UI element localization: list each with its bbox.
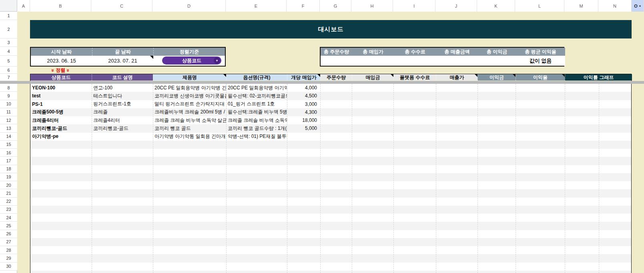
row-header-26[interactable]: 26	[0, 230, 17, 238]
table-cell-code[interactable]: test	[30, 92, 92, 100]
row-header-22[interactable]: 22	[0, 198, 17, 206]
table-cell-option[interactable]: 20CC PE 일회용약병 아기약병	[226, 84, 287, 92]
table-cell-product[interactable]: 크레졸비누액 크레솔 200ml 5병 / 필	[153, 108, 226, 116]
table-cell-unit_cost[interactable]: 5,000	[287, 124, 320, 132]
table-cell-unit_cost[interactable]	[287, 133, 320, 141]
table-cell-option[interactable]: 필수선택: 02-코끼리뺑코골드	[226, 92, 287, 100]
table-row[interactable]	[30, 206, 632, 214]
table-column-header[interactable]: 코드 설명	[92, 74, 153, 81]
table-cell-desc[interactable]	[92, 133, 153, 141]
table-cell-unit_cost[interactable]: 4,500	[287, 92, 320, 100]
table-row[interactable]	[30, 263, 632, 271]
table-row[interactable]	[30, 271, 632, 273]
sort-dropdown[interactable]: 상품코드 ▼	[162, 57, 221, 65]
table-cell-desc[interactable]: 크레졸4리터	[92, 116, 153, 124]
table-row[interactable]	[30, 181, 632, 189]
table-cell-option[interactable]: 크레졸 크레솔 비누액 소독약	[226, 116, 287, 124]
table-row[interactable]: 크레졸4리터크레졸4리터크레졸 크레솔 비누액 소독약 살균크레졸 크레솔 비누…	[30, 116, 632, 124]
table-cell-code[interactable]: 아기약병-pe	[30, 133, 92, 141]
table-cell-code[interactable]: PS-1	[30, 100, 92, 108]
table-cell-option[interactable]: 코끼리 뺑코 골드수량 : 1개(2	[226, 124, 287, 132]
row-header-30[interactable]: 30	[0, 263, 17, 271]
table-cell-desc[interactable]: 크레졸	[92, 108, 153, 116]
table-row[interactable]	[30, 157, 632, 165]
table-row[interactable]	[30, 214, 632, 222]
table-row[interactable]	[30, 165, 632, 173]
row-header-7[interactable]: 7	[0, 74, 17, 81]
table-cell-code[interactable]: 코끼리뺑코-골드	[30, 124, 92, 132]
table-cell-desc[interactable]: 핑거스프린트-1호	[92, 100, 153, 108]
table-row[interactable]	[30, 198, 632, 206]
table-column-header[interactable]: 제품명	[153, 74, 226, 81]
table-row[interactable]: test테스트입니다코끼리코뱅 신생아코뱅 아기콧물흡입필수선택: 02-코끼리…	[30, 92, 632, 100]
table-column-header[interactable]: 옵션명(규격)	[226, 74, 287, 81]
table-column-header[interactable]: 이익율	[516, 74, 565, 81]
summary-value[interactable]	[321, 56, 352, 66]
summary-value[interactable]: 값이 없음	[516, 56, 565, 66]
table-row[interactable]	[30, 246, 632, 254]
table-column-header[interactable]: 개당 매입가	[287, 74, 320, 81]
row-header-19[interactable]: 19	[0, 173, 17, 181]
row-header-21[interactable]: 21	[0, 189, 17, 197]
table-row[interactable]	[30, 254, 632, 262]
table-cell-desc[interactable]: 코끼리뺑코-골드	[92, 124, 153, 132]
column-header-A[interactable]: A	[17, 0, 30, 12]
table-row[interactable]	[30, 222, 632, 230]
column-header-F[interactable]: F	[287, 0, 320, 12]
column-header-D[interactable]: D	[152, 0, 226, 12]
table-cell-product[interactable]: 아기약병 아기약통 일회용 긴마개	[153, 133, 226, 141]
row-header-1[interactable]: 1	[0, 12, 17, 20]
column-header-I[interactable]: I	[393, 0, 435, 12]
row-header-13[interactable]: 13	[0, 124, 17, 132]
column-header-H[interactable]: H	[351, 0, 393, 12]
table-cell-unit_cost[interactable]: 3,000	[287, 100, 320, 108]
table-row[interactable]: YEON-100연고-10020CC PE 일회용약병 아기약병 긴마개20CC…	[30, 84, 632, 92]
chevron-down-icon[interactable]: ▼	[214, 57, 220, 64]
frozen-row-divider[interactable]	[0, 81, 644, 84]
row-header-11[interactable]: 11	[0, 108, 17, 116]
select-all-corner[interactable]	[0, 0, 17, 12]
column-header-C[interactable]: C	[91, 0, 152, 12]
table-column-header[interactable]: 주문수량	[320, 74, 352, 81]
row-header-5[interactable]: 5	[0, 56, 17, 67]
row-header-29[interactable]: 29	[0, 254, 17, 262]
table-cell-option[interactable]: 필수선택:크레졸 비누액 5병	[226, 108, 287, 116]
table-cell-product[interactable]: 크레졸 크레솔 비누액 소독약 살균	[153, 116, 226, 124]
row-header-6[interactable]: 6	[0, 67, 17, 74]
table-cell-product[interactable]: 멀티 핑거스프린트 손가락지지대 :	[153, 100, 226, 108]
summary-value[interactable]	[394, 56, 436, 66]
row-header-12[interactable]: 12	[0, 116, 17, 124]
column-header-G[interactable]: G	[320, 0, 351, 12]
row-header-2[interactable]: 2	[0, 20, 17, 38]
column-header-M[interactable]: M	[564, 0, 598, 12]
table-cell-product[interactable]: 코끼리 뺑코 골드	[153, 124, 226, 132]
row-header-17[interactable]: 17	[0, 157, 17, 165]
row-header-28[interactable]: 28	[0, 246, 17, 254]
start-date-cell[interactable]: 2023. 06. 15	[31, 56, 92, 66]
table-cell-option[interactable]: 약병-선택: 01) PE재질 불투명	[226, 133, 287, 141]
column-header-B[interactable]: B	[30, 0, 91, 12]
table-row[interactable]	[30, 141, 632, 149]
column-header-L[interactable]: L	[515, 0, 564, 12]
row-header-18[interactable]: 18	[0, 165, 17, 173]
table-cell-unit_cost[interactable]: 4,300	[287, 108, 320, 116]
table-column-header[interactable]: 플랫폼 수수료	[393, 74, 436, 81]
table-cell-unit_cost[interactable]: 18,000	[287, 116, 320, 124]
summary-value[interactable]	[352, 56, 394, 66]
column-header-E[interactable]: E	[226, 0, 287, 12]
summary-value[interactable]	[478, 56, 516, 66]
table-cell-product[interactable]: 코끼리코뱅 신생아코뱅 아기콧물흡입	[153, 92, 226, 100]
column-header-N[interactable]: N	[598, 0, 632, 12]
table-cell-option[interactable]: 01_핑거 스프린트 1호	[226, 100, 287, 108]
row-header-25[interactable]: 25	[0, 222, 17, 230]
table-row[interactable]: 크레졸500-5병크레졸크레졸비누액 크레솔 200ml 5병 / 필필수선택:…	[30, 108, 632, 116]
row-header-10[interactable]: 10	[0, 100, 17, 108]
table-row[interactable]	[30, 230, 632, 238]
table-row[interactable]: PS-1핑거스프린트-1호멀티 핑거스프린트 손가락지지대 :01_핑거 스프린…	[30, 100, 632, 108]
row-header-27[interactable]: 27	[0, 238, 17, 246]
column-header-J[interactable]: J	[435, 0, 477, 12]
column-header-K[interactable]: K	[477, 0, 515, 12]
table-row[interactable]: 코끼리뺑코-골드코끼리뺑코-골드코끼리 뺑코 골드코끼리 뺑코 골드수량 : 1…	[30, 124, 632, 132]
column-header-O[interactable]: O◄	[632, 0, 644, 12]
table-cell-desc[interactable]: 연고-100	[92, 84, 153, 92]
